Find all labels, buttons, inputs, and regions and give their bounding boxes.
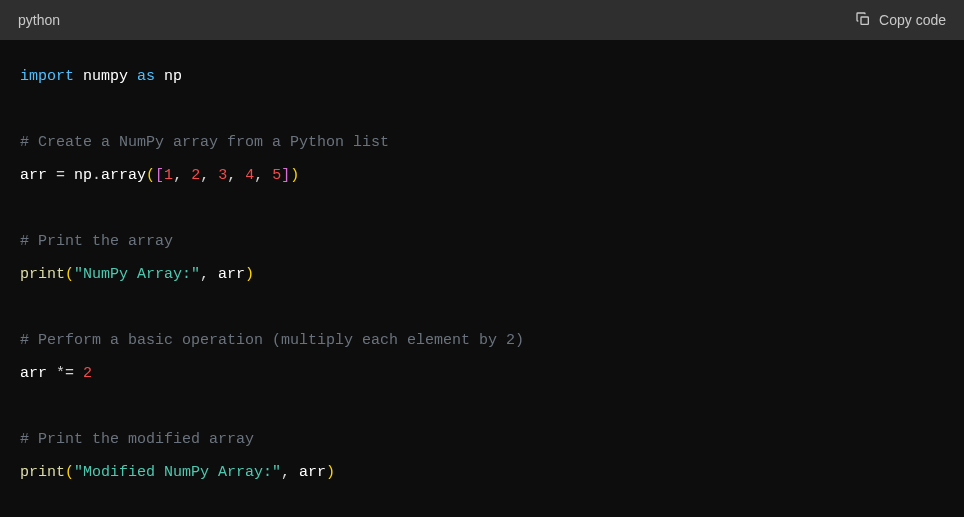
number-literal: 5	[272, 167, 281, 184]
code-line: # Perform a basic operation (multiply ea…	[20, 324, 944, 357]
string-literal: "NumPy Array:"	[74, 266, 200, 283]
operator: =	[47, 167, 74, 184]
number-literal: 4	[245, 167, 254, 184]
code-line: arr = np.array([1, 2, 3, 4, 5])	[20, 159, 944, 192]
builtin-print: print	[20, 266, 65, 283]
comment: # Print the modified array	[20, 431, 254, 448]
number-literal: 2	[83, 365, 92, 382]
paren-close: )	[326, 464, 335, 481]
language-label: python	[18, 12, 60, 28]
code-line: # Create a NumPy array from a Python lis…	[20, 126, 944, 159]
object: np	[74, 167, 92, 184]
paren-close: )	[290, 167, 299, 184]
code-line: import numpy as np	[20, 60, 944, 93]
number-literal: 1	[164, 167, 173, 184]
comma: ,	[227, 167, 245, 184]
number-literal: 3	[218, 167, 227, 184]
variable: arr	[20, 365, 47, 382]
number-literal: 2	[191, 167, 200, 184]
comma: ,	[173, 167, 191, 184]
code-block: import numpy as np# Create a NumPy array…	[0, 40, 964, 509]
comma: ,	[281, 464, 299, 481]
paren-close: )	[245, 266, 254, 283]
code-header: python Copy code	[0, 0, 964, 40]
dot: .	[92, 167, 101, 184]
svg-rect-0	[861, 17, 868, 24]
paren-open: (	[146, 167, 155, 184]
variable: arr	[20, 167, 47, 184]
paren-open: (	[65, 464, 74, 481]
string-literal: "Modified NumPy Array:"	[74, 464, 281, 481]
comment: # Print the array	[20, 233, 173, 250]
copy-label: Copy code	[879, 12, 946, 28]
code-line: print("Modified NumPy Array:", arr)	[20, 456, 944, 489]
comma: ,	[200, 167, 218, 184]
module-alias: np	[164, 68, 182, 85]
comment: # Perform a basic operation (multiply ea…	[20, 332, 524, 349]
blank-line	[20, 291, 944, 324]
variable: arr	[299, 464, 326, 481]
bracket-close: ]	[281, 167, 290, 184]
keyword-as: as	[137, 68, 155, 85]
blank-line	[20, 192, 944, 225]
code-line: # Print the array	[20, 225, 944, 258]
comma: ,	[254, 167, 272, 184]
copy-icon	[855, 11, 871, 30]
code-line: # Print the modified array	[20, 423, 944, 456]
paren-open: (	[65, 266, 74, 283]
comma: ,	[200, 266, 218, 283]
variable: arr	[218, 266, 245, 283]
keyword-import: import	[20, 68, 74, 85]
blank-line	[20, 93, 944, 126]
code-line: print("NumPy Array:", arr)	[20, 258, 944, 291]
code-line: arr *= 2	[20, 357, 944, 390]
copy-code-button[interactable]: Copy code	[855, 11, 946, 30]
bracket-open: [	[155, 167, 164, 184]
builtin-print: print	[20, 464, 65, 481]
module-name: numpy	[83, 68, 128, 85]
blank-line	[20, 390, 944, 423]
comment: # Create a NumPy array from a Python lis…	[20, 134, 389, 151]
operator: *=	[47, 365, 83, 382]
method: array	[101, 167, 146, 184]
